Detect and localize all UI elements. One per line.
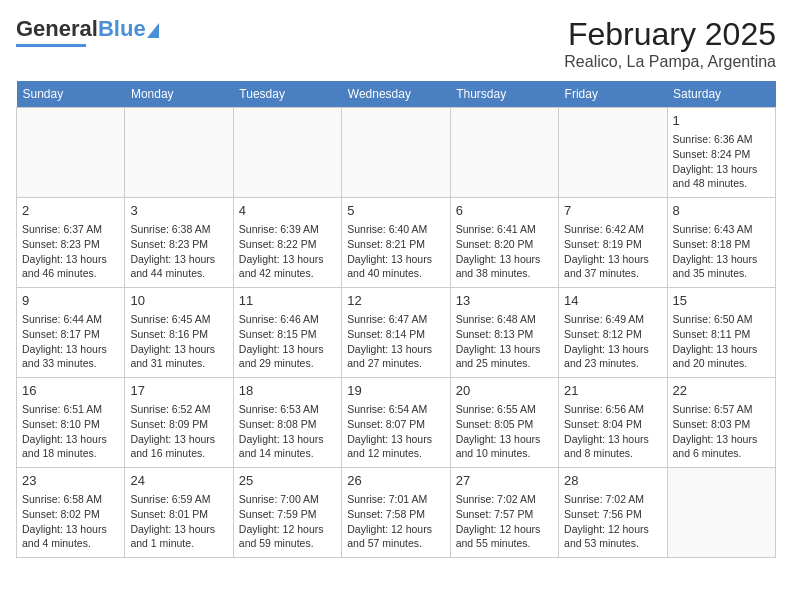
day-info: Sunrise: 6:55 AM Sunset: 8:05 PM Dayligh… bbox=[456, 402, 553, 461]
day-number: 13 bbox=[456, 292, 553, 310]
calendar-cell: 7Sunrise: 6:42 AM Sunset: 8:19 PM Daylig… bbox=[559, 198, 667, 288]
calendar-cell: 8Sunrise: 6:43 AM Sunset: 8:18 PM Daylig… bbox=[667, 198, 775, 288]
day-number: 1 bbox=[673, 112, 770, 130]
day-number: 24 bbox=[130, 472, 227, 490]
logo-underline bbox=[16, 44, 86, 47]
header-saturday: Saturday bbox=[667, 81, 775, 108]
day-info: Sunrise: 6:41 AM Sunset: 8:20 PM Dayligh… bbox=[456, 222, 553, 281]
day-number: 19 bbox=[347, 382, 444, 400]
day-info: Sunrise: 6:57 AM Sunset: 8:03 PM Dayligh… bbox=[673, 402, 770, 461]
calendar-cell: 10Sunrise: 6:45 AM Sunset: 8:16 PM Dayli… bbox=[125, 288, 233, 378]
day-number: 26 bbox=[347, 472, 444, 490]
day-info: Sunrise: 6:48 AM Sunset: 8:13 PM Dayligh… bbox=[456, 312, 553, 371]
calendar-cell: 22Sunrise: 6:57 AM Sunset: 8:03 PM Dayli… bbox=[667, 378, 775, 468]
day-number: 14 bbox=[564, 292, 661, 310]
day-info: Sunrise: 6:38 AM Sunset: 8:23 PM Dayligh… bbox=[130, 222, 227, 281]
day-info: Sunrise: 6:43 AM Sunset: 8:18 PM Dayligh… bbox=[673, 222, 770, 281]
header: GeneralBlue February 2025 Realico, La Pa… bbox=[16, 16, 776, 71]
calendar-cell: 16Sunrise: 6:51 AM Sunset: 8:10 PM Dayli… bbox=[17, 378, 125, 468]
calendar-week-row: 23Sunrise: 6:58 AM Sunset: 8:02 PM Dayli… bbox=[17, 468, 776, 558]
day-number: 22 bbox=[673, 382, 770, 400]
calendar-cell: 23Sunrise: 6:58 AM Sunset: 8:02 PM Dayli… bbox=[17, 468, 125, 558]
calendar-cell: 4Sunrise: 6:39 AM Sunset: 8:22 PM Daylig… bbox=[233, 198, 341, 288]
day-number: 21 bbox=[564, 382, 661, 400]
day-info: Sunrise: 7:01 AM Sunset: 7:58 PM Dayligh… bbox=[347, 492, 444, 551]
calendar-cell: 9Sunrise: 6:44 AM Sunset: 8:17 PM Daylig… bbox=[17, 288, 125, 378]
day-info: Sunrise: 6:58 AM Sunset: 8:02 PM Dayligh… bbox=[22, 492, 119, 551]
calendar-cell bbox=[450, 108, 558, 198]
day-number: 25 bbox=[239, 472, 336, 490]
page-title: February 2025 bbox=[564, 16, 776, 53]
day-number: 20 bbox=[456, 382, 553, 400]
day-number: 17 bbox=[130, 382, 227, 400]
day-info: Sunrise: 6:59 AM Sunset: 8:01 PM Dayligh… bbox=[130, 492, 227, 551]
calendar-table: SundayMondayTuesdayWednesdayThursdayFrid… bbox=[16, 81, 776, 558]
header-friday: Friday bbox=[559, 81, 667, 108]
calendar-cell: 11Sunrise: 6:46 AM Sunset: 8:15 PM Dayli… bbox=[233, 288, 341, 378]
day-info: Sunrise: 6:47 AM Sunset: 8:14 PM Dayligh… bbox=[347, 312, 444, 371]
calendar-cell bbox=[667, 468, 775, 558]
day-info: Sunrise: 6:39 AM Sunset: 8:22 PM Dayligh… bbox=[239, 222, 336, 281]
day-number: 7 bbox=[564, 202, 661, 220]
day-info: Sunrise: 6:46 AM Sunset: 8:15 PM Dayligh… bbox=[239, 312, 336, 371]
calendar-cell: 27Sunrise: 7:02 AM Sunset: 7:57 PM Dayli… bbox=[450, 468, 558, 558]
calendar-header-row: SundayMondayTuesdayWednesdayThursdayFrid… bbox=[17, 81, 776, 108]
day-number: 8 bbox=[673, 202, 770, 220]
calendar-cell: 2Sunrise: 6:37 AM Sunset: 8:23 PM Daylig… bbox=[17, 198, 125, 288]
day-number: 9 bbox=[22, 292, 119, 310]
day-number: 16 bbox=[22, 382, 119, 400]
day-number: 5 bbox=[347, 202, 444, 220]
calendar-cell: 26Sunrise: 7:01 AM Sunset: 7:58 PM Dayli… bbox=[342, 468, 450, 558]
logo-triangle-icon bbox=[147, 23, 159, 38]
logo: GeneralBlue bbox=[16, 16, 159, 47]
calendar-cell: 28Sunrise: 7:02 AM Sunset: 7:56 PM Dayli… bbox=[559, 468, 667, 558]
day-number: 18 bbox=[239, 382, 336, 400]
calendar-cell bbox=[559, 108, 667, 198]
day-info: Sunrise: 6:40 AM Sunset: 8:21 PM Dayligh… bbox=[347, 222, 444, 281]
day-number: 10 bbox=[130, 292, 227, 310]
calendar-cell: 17Sunrise: 6:52 AM Sunset: 8:09 PM Dayli… bbox=[125, 378, 233, 468]
logo-text: GeneralBlue bbox=[16, 16, 146, 42]
day-info: Sunrise: 7:00 AM Sunset: 7:59 PM Dayligh… bbox=[239, 492, 336, 551]
day-info: Sunrise: 6:42 AM Sunset: 8:19 PM Dayligh… bbox=[564, 222, 661, 281]
day-number: 27 bbox=[456, 472, 553, 490]
day-number: 6 bbox=[456, 202, 553, 220]
day-number: 15 bbox=[673, 292, 770, 310]
day-info: Sunrise: 6:54 AM Sunset: 8:07 PM Dayligh… bbox=[347, 402, 444, 461]
calendar-week-row: 16Sunrise: 6:51 AM Sunset: 8:10 PM Dayli… bbox=[17, 378, 776, 468]
day-number: 12 bbox=[347, 292, 444, 310]
day-number: 28 bbox=[564, 472, 661, 490]
calendar-cell: 12Sunrise: 6:47 AM Sunset: 8:14 PM Dayli… bbox=[342, 288, 450, 378]
day-info: Sunrise: 7:02 AM Sunset: 7:57 PM Dayligh… bbox=[456, 492, 553, 551]
day-info: Sunrise: 6:36 AM Sunset: 8:24 PM Dayligh… bbox=[673, 132, 770, 191]
calendar-cell bbox=[342, 108, 450, 198]
calendar-cell: 5Sunrise: 6:40 AM Sunset: 8:21 PM Daylig… bbox=[342, 198, 450, 288]
calendar-week-row: 9Sunrise: 6:44 AM Sunset: 8:17 PM Daylig… bbox=[17, 288, 776, 378]
header-sunday: Sunday bbox=[17, 81, 125, 108]
header-thursday: Thursday bbox=[450, 81, 558, 108]
day-info: Sunrise: 6:37 AM Sunset: 8:23 PM Dayligh… bbox=[22, 222, 119, 281]
header-monday: Monday bbox=[125, 81, 233, 108]
calendar-cell: 14Sunrise: 6:49 AM Sunset: 8:12 PM Dayli… bbox=[559, 288, 667, 378]
day-number: 4 bbox=[239, 202, 336, 220]
day-info: Sunrise: 6:44 AM Sunset: 8:17 PM Dayligh… bbox=[22, 312, 119, 371]
day-number: 3 bbox=[130, 202, 227, 220]
calendar-cell: 20Sunrise: 6:55 AM Sunset: 8:05 PM Dayli… bbox=[450, 378, 558, 468]
calendar-cell: 3Sunrise: 6:38 AM Sunset: 8:23 PM Daylig… bbox=[125, 198, 233, 288]
header-wednesday: Wednesday bbox=[342, 81, 450, 108]
day-info: Sunrise: 6:53 AM Sunset: 8:08 PM Dayligh… bbox=[239, 402, 336, 461]
calendar-cell: 15Sunrise: 6:50 AM Sunset: 8:11 PM Dayli… bbox=[667, 288, 775, 378]
calendar-cell bbox=[233, 108, 341, 198]
day-info: Sunrise: 7:02 AM Sunset: 7:56 PM Dayligh… bbox=[564, 492, 661, 551]
day-info: Sunrise: 6:56 AM Sunset: 8:04 PM Dayligh… bbox=[564, 402, 661, 461]
day-info: Sunrise: 6:52 AM Sunset: 8:09 PM Dayligh… bbox=[130, 402, 227, 461]
calendar-cell: 19Sunrise: 6:54 AM Sunset: 8:07 PM Dayli… bbox=[342, 378, 450, 468]
calendar-cell: 25Sunrise: 7:00 AM Sunset: 7:59 PM Dayli… bbox=[233, 468, 341, 558]
calendar-cell: 6Sunrise: 6:41 AM Sunset: 8:20 PM Daylig… bbox=[450, 198, 558, 288]
calendar-cell: 1Sunrise: 6:36 AM Sunset: 8:24 PM Daylig… bbox=[667, 108, 775, 198]
day-number: 11 bbox=[239, 292, 336, 310]
calendar-cell: 21Sunrise: 6:56 AM Sunset: 8:04 PM Dayli… bbox=[559, 378, 667, 468]
calendar-cell: 24Sunrise: 6:59 AM Sunset: 8:01 PM Dayli… bbox=[125, 468, 233, 558]
calendar-cell bbox=[125, 108, 233, 198]
day-info: Sunrise: 6:45 AM Sunset: 8:16 PM Dayligh… bbox=[130, 312, 227, 371]
